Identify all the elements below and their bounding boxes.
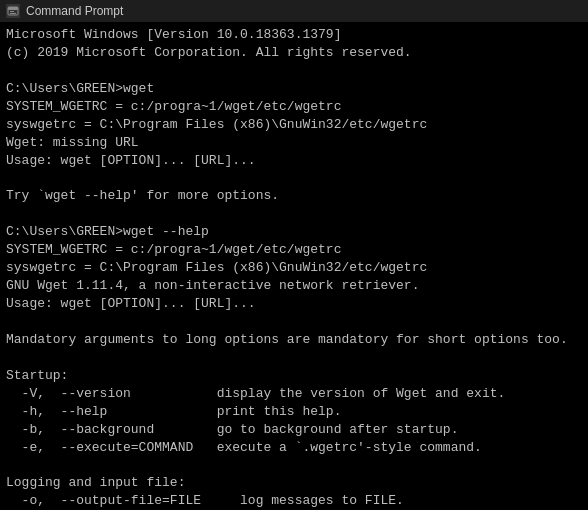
terminal-line: Startup: xyxy=(6,367,582,385)
svg-rect-1 xyxy=(8,7,18,10)
terminal-line: Microsoft Windows [Version 10.0.18363.13… xyxy=(6,26,582,44)
terminal-line xyxy=(6,457,582,475)
terminal-line: SYSTEM_WGETRC = c:/progra~1/wget/etc/wge… xyxy=(6,241,582,259)
terminal-line: -b, --background go to background after … xyxy=(6,421,582,439)
title-bar: Command Prompt xyxy=(0,0,588,22)
terminal-line: SYSTEM_WGETRC = c:/progra~1/wget/etc/wge… xyxy=(6,98,582,116)
terminal-line: -o, --output-file=FILE log messages to F… xyxy=(6,492,582,510)
svg-rect-2 xyxy=(10,11,14,12)
terminal-line xyxy=(6,349,582,367)
terminal-line: Usage: wget [OPTION]... [URL]... xyxy=(6,152,582,170)
terminal-line: -h, --help print this help. xyxy=(6,403,582,421)
terminal-line: C:\Users\GREEN>wget xyxy=(6,80,582,98)
terminal-line: Logging and input file: xyxy=(6,474,582,492)
terminal-line xyxy=(6,170,582,188)
terminal-line: syswgetrc = C:\Program Files (x86)\GnuWi… xyxy=(6,116,582,134)
terminal-line xyxy=(6,205,582,223)
title-bar-text: Command Prompt xyxy=(26,4,123,18)
svg-rect-3 xyxy=(10,13,16,14)
terminal-line: Mandatory arguments to long options are … xyxy=(6,331,582,349)
terminal-line: Try `wget --help' for more options. xyxy=(6,187,582,205)
terminal-line: (c) 2019 Microsoft Corporation. All righ… xyxy=(6,44,582,62)
terminal-line: -V, --version display the version of Wge… xyxy=(6,385,582,403)
title-bar-icon xyxy=(6,4,20,18)
terminal-line: Wget: missing URL xyxy=(6,134,582,152)
terminal-line: syswgetrc = C:\Program Files (x86)\GnuWi… xyxy=(6,259,582,277)
terminal-line: GNU Wget 1.11.4, a non-interactive netwo… xyxy=(6,277,582,295)
terminal-line: Usage: wget [OPTION]... [URL]... xyxy=(6,295,582,313)
terminal-line xyxy=(6,313,582,331)
terminal-line: C:\Users\GREEN>wget --help xyxy=(6,223,582,241)
terminal-line: -e, --execute=COMMAND execute a `.wgetrc… xyxy=(6,439,582,457)
terminal-window[interactable]: Microsoft Windows [Version 10.0.18363.13… xyxy=(0,22,588,510)
terminal-line xyxy=(6,62,582,80)
